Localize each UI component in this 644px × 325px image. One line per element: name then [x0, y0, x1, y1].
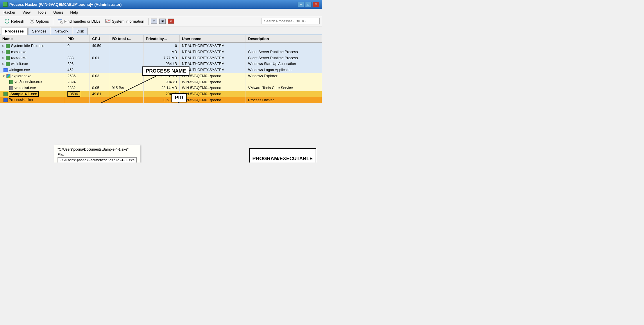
toolbar-separator-2	[148, 18, 149, 25]
col-pid[interactable]: PID	[65, 35, 90, 43]
col-name[interactable]: Name	[0, 35, 65, 43]
process-name-cell: ▷wininit.exe	[0, 61, 65, 67]
expand-arrow[interactable]: ▼	[2, 75, 5, 78]
process-io-cell	[109, 73, 143, 79]
process-cpu-cell	[90, 79, 109, 85]
process-private-cell: 0	[143, 43, 179, 49]
table-row[interactable]: ▷csrss.exeMBNT AUTHORITY\SYSTEMClient Se…	[0, 49, 322, 55]
process-desc-cell: Client Server Runtime Process	[246, 49, 322, 55]
process-private-cell: 904 kB	[143, 79, 179, 85]
process-name-text: wininit.exe	[11, 62, 28, 66]
table-row[interactable]: Sample-4-1.exe359649.81204 kBWIN-5VAQEM0…	[0, 91, 322, 97]
process-desc-cell: VMware Tools Core Service	[246, 85, 322, 91]
table-row[interactable]: ▷System Idle Process049.590NT AUTHORITY\…	[0, 43, 322, 49]
expand-arrow[interactable]: ▷	[2, 50, 5, 54]
table-row[interactable]: ▷wininit.exe396984 kBNT AUTHORITY\SYSTEM…	[0, 61, 322, 67]
process-name-text: System Idle Process	[11, 44, 44, 48]
process-name-cell: ▷csrss.exe	[0, 49, 65, 55]
process-private-cell: MB	[143, 49, 179, 55]
process-desc-cell: Client Server Runtime Process	[246, 55, 322, 61]
process-user-cell: NT AUTHORITY\SYSTEM	[180, 61, 246, 67]
col-private[interactable]: Private by...	[143, 35, 179, 43]
process-io-cell	[109, 79, 143, 85]
process-icon	[6, 62, 10, 66]
process-user-cell: WIN-5VAQEM0...\poona	[180, 91, 246, 97]
process-name-annotation: PROCESS NAME	[142, 66, 189, 76]
process-icon	[3, 92, 8, 96]
tab-network[interactable]: Network	[51, 28, 72, 35]
table-row[interactable]: ProcessHacker0.53 MBWIN-5VAQEM0...\poona…	[0, 97, 322, 103]
sysinfo-button[interactable]: System information	[103, 17, 146, 25]
table-header-row: Name PID CPU I/O total r... Private by..…	[0, 35, 322, 43]
col-cpu[interactable]: CPU	[90, 35, 109, 43]
expand-arrow[interactable]: ▷	[2, 44, 5, 48]
search-input[interactable]	[262, 18, 320, 24]
col-desc[interactable]: Description	[246, 35, 322, 43]
col-io[interactable]: I/O total r...	[109, 35, 143, 43]
menu-hacker[interactable]: Hacker	[2, 10, 17, 15]
close-button[interactable]: ✕	[313, 2, 319, 7]
window-btn-close[interactable]: ✕	[168, 19, 174, 24]
process-pid-cell: 2824	[65, 79, 90, 85]
tooltip-file-path: C:\Users\poona\Documents\Sample-4-1.exe	[58, 157, 137, 162]
process-icon	[6, 74, 10, 78]
svg-point-2	[30, 19, 34, 23]
process-icon	[6, 50, 10, 54]
maximize-button[interactable]: □	[305, 2, 312, 7]
process-name-text: vmtoolsd.exe	[15, 86, 36, 90]
process-icon	[9, 80, 13, 84]
process-desc-cell: Windows Explorer	[246, 73, 322, 79]
window-controls: ─ □ ✕	[298, 2, 319, 7]
process-io-cell: 915 B/s	[109, 85, 143, 91]
process-name-cell: Sample-4-1.exe	[0, 91, 65, 97]
tab-processes[interactable]: Processes	[1, 28, 28, 35]
find-handles-label: Find handles or DLLs	[64, 19, 100, 24]
menu-help[interactable]: Help	[69, 10, 79, 15]
refresh-label: Refresh	[11, 19, 24, 24]
process-pid-cell	[65, 49, 90, 55]
process-desc-cell: Process Hacker	[246, 97, 322, 103]
menu-view[interactable]: View	[21, 10, 32, 15]
menu-users[interactable]: Users	[52, 10, 65, 15]
process-cpu-cell: 0.01	[90, 55, 109, 61]
col-user[interactable]: User name	[180, 35, 246, 43]
tab-services[interactable]: Services	[28, 28, 50, 35]
svg-rect-4	[58, 21, 61, 21]
expand-arrow[interactable]: ▷	[2, 62, 5, 66]
tooltip-popup: "C:\Users\poona\Documents\Sample-4-1.exe…	[54, 145, 140, 162]
process-desc-cell	[246, 43, 322, 49]
annotated-process-name: Sample-4-1.exe	[9, 91, 39, 97]
window-btn-1[interactable]: □	[151, 19, 157, 24]
process-name-cell: ▷System Idle Process	[0, 43, 65, 49]
tab-disk[interactable]: Disk	[73, 28, 88, 35]
refresh-button[interactable]: Refresh	[2, 17, 26, 25]
process-pid-cell: 452	[65, 67, 90, 73]
options-button[interactable]: Options	[27, 17, 51, 25]
process-pid-cell: 3596	[65, 91, 90, 97]
process-name-cell: winlogon.exe	[0, 67, 65, 73]
menu-tools[interactable]: Tools	[36, 10, 47, 15]
find-icon	[57, 18, 63, 24]
table-row[interactable]: vmtoolsd.exe28320.05915 B/s23.14 MBWIN-5…	[0, 85, 322, 91]
process-name-cell: vm3dservice.exe	[0, 79, 65, 85]
process-cpu-cell: 49.59	[90, 43, 109, 49]
process-name-cell: ▼explorer.exe	[0, 73, 65, 79]
process-cpu-cell	[90, 67, 109, 73]
find-handles-button[interactable]: Find handles or DLLs	[56, 17, 102, 25]
options-icon	[29, 18, 35, 24]
process-pid-cell: 396	[65, 61, 90, 67]
window-btn-2[interactable]: ▣	[159, 19, 166, 24]
pid-annotation: PID	[171, 93, 187, 102]
minimize-button[interactable]: ─	[298, 2, 304, 7]
process-io-cell	[109, 61, 143, 67]
process-icon	[3, 68, 8, 72]
expand-arrow[interactable]: ▷	[2, 56, 5, 59]
table-row[interactable]: ▷csrss.exe3880.017.77 MBNT AUTHORITY\SYS…	[0, 55, 322, 61]
table-row[interactable]: vm3dservice.exe2824904 kBWIN-5VAQEM0...\…	[0, 79, 322, 85]
process-name-text: csrss.exe	[11, 50, 26, 54]
process-cpu-cell: 0.03	[90, 73, 109, 79]
filepath-annotation: PROGRAM/EXECUTABLE FILE PATH	[249, 148, 316, 162]
toolbar: Refresh Options Find handles or DLLs Sys…	[0, 16, 322, 26]
process-cpu-cell	[90, 61, 109, 67]
svg-line-7	[62, 23, 62, 24]
